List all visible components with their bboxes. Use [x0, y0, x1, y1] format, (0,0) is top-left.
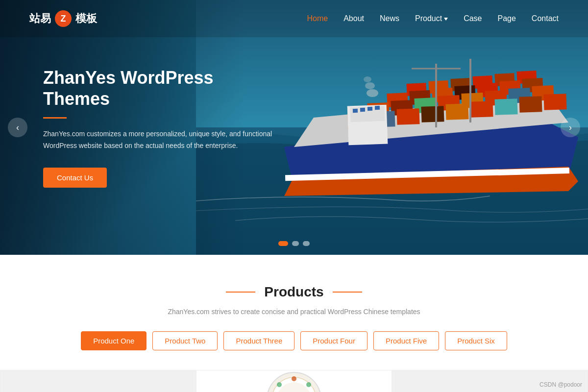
svg-rect-36 [353, 109, 358, 113]
hero-title-underline [43, 117, 67, 119]
watermark: CSDN @podoor [539, 381, 582, 388]
svg-rect-31 [494, 98, 517, 115]
svg-rect-37 [360, 108, 365, 112]
svg-point-44 [365, 82, 375, 89]
hero-title: ZhanYes WordPress Themes [43, 67, 278, 109]
section-title-row: Products [0, 284, 588, 300]
logo-prefix: 站易 [29, 11, 51, 26]
slide-dot-3[interactable] [303, 241, 310, 246]
main-nav: Home About News Product Case Page Contac… [307, 14, 559, 23]
svg-rect-29 [445, 103, 468, 120]
product-card-2 [196, 370, 392, 392]
title-line-right [333, 292, 362, 293]
nav-home[interactable]: Home [307, 14, 328, 23]
slide-dots [278, 241, 310, 246]
svg-rect-30 [470, 101, 493, 118]
logo-icon: Z [55, 10, 72, 27]
site-logo[interactable]: 站易 Z 模板 [29, 10, 97, 27]
products-section: Products ZhanYes.com strives to create c… [0, 255, 588, 392]
hero-content: ZhanYes WordPress Themes ZhanYes.com cus… [43, 67, 278, 188]
nav-contact[interactable]: Contact [532, 14, 559, 23]
prev-slide-button[interactable]: ‹ [8, 118, 27, 137]
tab-product-three[interactable]: Product Three [223, 331, 294, 350]
nav-product[interactable]: Product [415, 14, 448, 23]
svg-point-50 [306, 382, 311, 387]
svg-point-43 [367, 89, 378, 97]
contact-us-button[interactable]: Contact Us [43, 168, 107, 188]
svg-rect-28 [421, 106, 444, 122]
site-header: 站易 Z 模板 Home About News Product Case Pag… [0, 0, 588, 37]
svg-rect-27 [396, 108, 419, 125]
slide-dot-1[interactable] [278, 241, 288, 246]
svg-point-45 [364, 76, 371, 82]
nav-page[interactable]: Page [497, 14, 515, 23]
nav-about[interactable]: About [343, 14, 364, 23]
svg-rect-38 [368, 107, 372, 111]
product-tabs: Product One Product Two Product Three Pr… [0, 331, 588, 350]
product-card-1 [0, 370, 196, 392]
svg-point-49 [292, 376, 296, 381]
slide-dot-2[interactable] [292, 241, 299, 246]
chevron-down-icon [444, 18, 448, 21]
products-title: Products [264, 284, 323, 300]
tab-product-six[interactable]: Product Six [445, 331, 507, 350]
tab-product-four[interactable]: Product Four [300, 331, 368, 350]
next-slide-button[interactable]: › [561, 118, 580, 137]
svg-rect-39 [375, 106, 380, 110]
products-subtitle: ZhanYes.com strives to create concise an… [0, 308, 588, 316]
title-line-left [226, 292, 255, 293]
hero-description: ZhanYes.com customizes a more personaliz… [43, 128, 278, 152]
svg-point-56 [277, 382, 282, 387]
nav-case[interactable]: Case [464, 14, 482, 23]
logo-suffix: 模板 [75, 11, 97, 26]
tab-product-five[interactable]: Product Five [373, 331, 439, 350]
plate-illustration [265, 370, 323, 392]
tab-product-two[interactable]: Product Two [152, 331, 218, 350]
svg-rect-33 [543, 94, 566, 110]
svg-rect-32 [519, 96, 542, 113]
tab-product-one[interactable]: Product One [81, 331, 147, 350]
product-cards-row [0, 370, 588, 392]
nav-news[interactable]: News [380, 14, 399, 23]
hero-section: 站易 Z 模板 Home About News Product Case Pag… [0, 0, 588, 255]
